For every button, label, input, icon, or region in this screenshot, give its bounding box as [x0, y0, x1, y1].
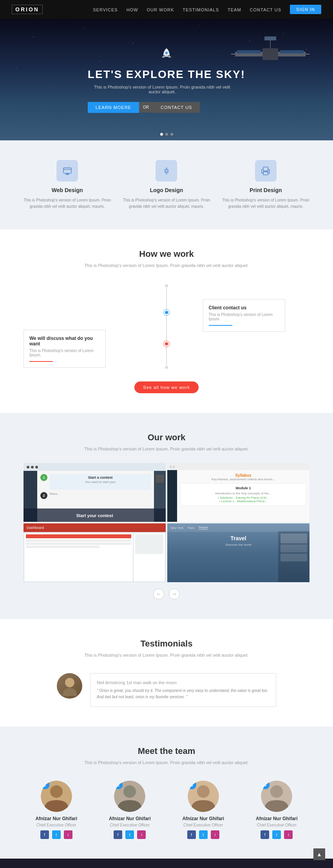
card-left-line: [29, 361, 53, 362]
print-design-icon: [255, 160, 277, 182]
nav-contact[interactable]: CONTACT US: [250, 7, 282, 12]
team-avatar-3: 3: [188, 781, 219, 812]
testimonial-role: 1st man walk on the moon: [126, 680, 176, 685]
team-role-1: Chief Executive Officer: [24, 823, 89, 827]
facebook-link-1[interactable]: f: [40, 830, 49, 839]
card-left-title: We will discuss what do you want: [29, 336, 100, 347]
testimonial-avatar: [57, 673, 82, 699]
twitter-link-2[interactable]: t: [125, 830, 134, 839]
how-section: How we work This is Photoshop's version …: [0, 229, 333, 413]
how-subtitle: This is Photoshop's version of Lorem Ips…: [24, 263, 309, 268]
how-title: How we work: [24, 249, 309, 259]
facebook-link-2[interactable]: f: [114, 830, 122, 839]
avatar-placeholder: [57, 673, 82, 699]
svg-point-18: [65, 678, 74, 687]
team-section: Meet the team This is Photoshop's versio…: [0, 726, 333, 859]
work-item-2[interactable]: Syllabus Key themes, assessment criteria…: [167, 463, 309, 522]
svg-rect-2: [262, 48, 278, 60]
timeline-dot-blue: [164, 310, 169, 315]
nav-testimonials[interactable]: TESTIMONIALS: [183, 7, 219, 12]
service-logo-design: Logo Design This is Photoshop's version …: [123, 160, 210, 210]
timeline-dot-bottom: [164, 365, 169, 370]
facebook-link-4[interactable]: f: [261, 830, 269, 839]
timeline-dot-red: [164, 341, 169, 346]
hero-subtitle: This is Photoshop's version of Lorem Ips…: [88, 85, 237, 94]
web-design-desc: This is Photoshop's version of Lorem Ips…: [24, 197, 111, 210]
our-work-section: Our work This is Photoshop's version of …: [0, 413, 333, 619]
nav-team[interactable]: TEAM: [228, 7, 241, 12]
testimonials-title: Testimonials: [24, 639, 309, 649]
facebook-link-3[interactable]: f: [187, 830, 196, 839]
instagram-link-1[interactable]: i: [64, 830, 72, 839]
web-design-title: Web Design: [24, 187, 111, 193]
twitter-link-1[interactable]: t: [52, 830, 61, 839]
logo-design-icon: [156, 160, 177, 182]
service-web-design: Web Design This is Photoshop's version o…: [24, 160, 111, 210]
learn-more-button[interactable]: LEARN MOERE: [88, 102, 139, 113]
dot-2[interactable]: [165, 133, 168, 136]
testimonials-section: Testimonials This is Photoshop's version…: [0, 619, 333, 726]
team-socials-4: f t i: [244, 830, 310, 839]
team-num-1: 1: [41, 781, 49, 789]
logo-design-desc: This is Photoshop's version of Lorem Ips…: [123, 197, 210, 210]
card-right-text: This is Photoshop's version of Lorem Ips…: [209, 312, 279, 321]
work-item-4[interactable]: New York Paris Travel Travel Discover th…: [167, 523, 309, 582]
print-design-desc: This is Photoshop's version of Lorem Ips…: [222, 197, 309, 210]
svg-point-22: [123, 785, 136, 798]
hero-carousel-dots: [160, 133, 173, 136]
twitter-link-3[interactable]: t: [199, 830, 208, 839]
print-design-title: Print Design: [222, 187, 309, 193]
team-num-3: 3: [188, 781, 196, 789]
team-name-2: Afnizar Nur Ghifari: [97, 816, 163, 821]
work-item-3[interactable]: Dashboard: [24, 523, 166, 582]
instagram-link-2[interactable]: i: [137, 830, 146, 839]
nav-services[interactable]: SERVICES: [93, 7, 118, 12]
testimonial-card: Neil Armstrong 1st man walk on the moon …: [57, 673, 276, 707]
service-print-design: Print Design This is Photoshop's version…: [222, 160, 309, 210]
nav-work[interactable]: OUR WORK: [147, 7, 174, 12]
dot-3[interactable]: [170, 133, 173, 136]
svg-rect-16: [263, 172, 268, 175]
logo-design-title: Logo Design: [123, 187, 210, 193]
see-all-button[interactable]: See all how we work: [134, 381, 198, 393]
hero-section: LET'S EXPLORE THE SKY! This is Photoshop…: [0, 19, 333, 140]
nav-links: SERVICES HOW OUR WORK TESTIMONIALS TEAM …: [93, 5, 321, 14]
team-avatar-4: 4: [261, 781, 292, 812]
team-name-1: Afnizar Nur Ghifari: [24, 816, 89, 821]
svg-rect-10: [63, 168, 71, 173]
web-design-icon: [56, 160, 78, 182]
team-avatar-2: 2: [114, 781, 145, 812]
scroll-top-button[interactable]: ▲: [313, 848, 325, 860]
team-member-3: 3 Afnizar Nur Ghifari Chief Executive Of…: [170, 781, 236, 839]
twitter-link-4[interactable]: t: [272, 830, 281, 839]
team-socials-2: f t i: [97, 830, 163, 839]
contact-us-button[interactable]: CONTACT US: [153, 102, 200, 113]
or-separator: OR: [139, 102, 153, 113]
team-socials-3: f t i: [170, 830, 236, 839]
instagram-link-3[interactable]: i: [211, 830, 219, 839]
team-member-4: 4 Afnizar Nur Ghifari Chief Executive Of…: [244, 781, 310, 839]
work-item-1[interactable]: 1 Start a contest You need to start your…: [24, 463, 166, 522]
team-name-3: Afnizar Nur Ghifari: [170, 816, 236, 821]
nav-how[interactable]: HOW: [127, 7, 138, 12]
card-right-line: [209, 325, 232, 326]
svg-rect-6: [280, 50, 304, 53]
testimonial-quote: " Orion is great, you should try it. The…: [97, 688, 270, 700]
work-subtitle: This is Photoshop's version of Lorem Ips…: [24, 447, 309, 451]
team-role-2: Chief Executive Officer: [97, 823, 163, 827]
team-grid: 1 Afnizar Nur Ghifari Chief Executive Of…: [24, 781, 309, 839]
work-next-button[interactable]: →: [169, 588, 180, 599]
work-prev-button[interactable]: ←: [153, 588, 164, 599]
testimonials-subtitle: This is Photoshop's version of Lorem Ips…: [24, 653, 309, 657]
svg-point-20: [50, 785, 63, 798]
testimonial-name: Neil Armstrong 1st man walk on the moon: [97, 680, 270, 685]
timeline: Client contact us This is Photoshop's ve…: [24, 283, 309, 370]
instagram-link-4[interactable]: i: [284, 830, 293, 839]
logo: ORION: [12, 5, 43, 14]
signin-button[interactable]: SIGN IN: [290, 5, 321, 14]
dot-1[interactable]: [160, 133, 163, 136]
work-title: Our work: [24, 432, 309, 443]
svg-point-26: [270, 785, 283, 798]
card-right-title: Client contact us: [209, 305, 279, 311]
hero-content: LET'S EXPLORE THE SKY! This is Photoshop…: [88, 47, 245, 113]
